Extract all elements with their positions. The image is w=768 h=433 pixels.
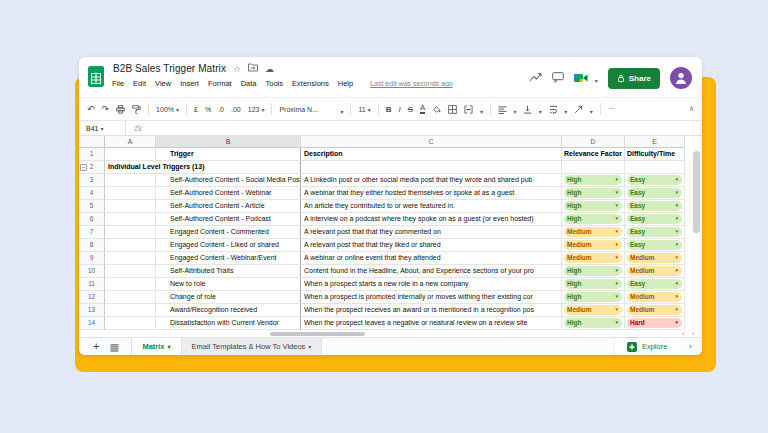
document-title[interactable]: B2B Sales Trigger Matrix [113,63,226,74]
cell-a[interactable] [105,252,156,265]
difficulty-cell[interactable]: Hard▼ [625,317,685,330]
relevance-cell[interactable]: High▼ [562,291,625,304]
relevance-dropdown[interactable]: Medium▼ [564,240,622,250]
row-number[interactable]: 1 [79,148,105,161]
horizontal-scroll-thumb[interactable] [270,332,365,337]
row-number[interactable]: 11 [79,278,105,291]
menu-edit[interactable]: Edit [133,79,146,88]
menu-format[interactable]: Format [208,79,232,88]
relevance-cell[interactable]: Medium▼ [562,239,625,252]
font-size-select[interactable]: 11 [358,106,370,113]
dropdown-arrow-icon[interactable]: ▼ [615,292,619,302]
relevance-dropdown[interactable]: High▼ [564,188,622,198]
trigger-cell[interactable]: New to role [156,278,301,291]
last-edit-status[interactable]: Last edit was seconds ago [370,80,453,87]
tab-matrix[interactable]: Matrix [131,338,181,355]
trigger-cell[interactable]: Dissatisfaction with Current Vendor [156,317,301,330]
add-sheet-icon[interactable]: + [93,341,99,352]
dropdown-arrow-icon[interactable]: ▼ [675,305,679,315]
dropdown-arrow-icon[interactable]: ▼ [615,279,619,289]
cell-a[interactable] [105,187,156,200]
explore-button[interactable]: Explore [614,338,679,355]
dropdown-arrow-icon[interactable]: ▼ [675,253,679,263]
cell-a[interactable] [105,291,156,304]
row-number[interactable]: 9 [79,252,105,265]
column-header-d[interactable]: D [562,136,625,148]
relevance-cell[interactable]: High▼ [562,213,625,226]
print-icon[interactable] [116,100,125,118]
relevance-dropdown[interactable]: High▼ [564,214,622,224]
relevance-dropdown[interactable]: High▼ [564,175,622,185]
cell-a[interactable] [105,148,156,161]
cell-a[interactable] [105,226,156,239]
column-header-c[interactable]: C [301,136,562,148]
menu-tools[interactable]: Tools [266,79,284,88]
comment-icon[interactable] [552,69,564,87]
cell-a[interactable] [105,278,156,291]
description-cell[interactable]: A LinkedIn post or other social media po… [301,174,562,187]
currency-format-button[interactable]: £ [194,106,198,113]
scroll-right-icon[interactable]: › [692,330,694,337]
dropdown-arrow-icon[interactable]: ▼ [615,240,619,250]
fill-color-icon[interactable] [432,100,441,118]
dropdown-arrow-icon[interactable]: ▼ [615,214,619,224]
move-folder-icon[interactable] [248,63,258,74]
cell-a[interactable] [105,200,156,213]
description-cell[interactable]: A webinar or online event that they atte… [301,252,562,265]
difficulty-dropdown[interactable]: Medium▼ [627,292,682,302]
dropdown-arrow-icon[interactable]: ▼ [615,175,619,185]
relevance-dropdown[interactable]: High▼ [564,318,622,328]
difficulty-cell[interactable]: Medium▼ [625,252,685,265]
relevance-cell[interactable]: High▼ [562,200,625,213]
sheets-logo-icon[interactable] [88,66,104,87]
italic-button[interactable]: I [399,105,401,114]
cloud-status-icon[interactable]: ☁ [265,64,274,74]
horizontal-align-icon[interactable] [498,100,516,118]
column-header-e[interactable]: E [625,136,685,148]
relevance-dropdown[interactable]: Medium▼ [564,305,622,315]
trigger-cell[interactable]: Self-Authored Content - Social Media Pos… [156,174,301,187]
dropdown-arrow-icon[interactable]: ▼ [675,279,679,289]
dropdown-arrow-icon[interactable]: ▼ [675,318,679,328]
trigger-cell[interactable]: Engaged Content - Commented [156,226,301,239]
paint-format-icon[interactable] [132,100,141,118]
description-cell[interactable]: Content found in the Headline, About, an… [301,265,562,278]
trigger-cell[interactable]: Self-Authored Content - Article [156,200,301,213]
font-select[interactable]: Proxima N... [279,106,331,113]
text-color-button[interactable]: A [420,104,425,114]
horizontal-scrollbar[interactable]: ‹ › [79,330,702,337]
row-number[interactable]: 6 [79,213,105,226]
increase-decimal-button[interactable]: .00 [231,106,241,113]
decrease-decimal-button[interactable]: .0 [218,106,224,113]
name-box[interactable]: B41 [79,125,125,132]
difficulty-cell[interactable]: Medium▼ [625,291,685,304]
vertical-scroll-thumb[interactable] [693,151,700,233]
row-number[interactable]: 13 [79,304,105,317]
merge-cells-icon[interactable] [464,100,482,118]
trigger-header-cell[interactable]: Trigger [156,148,301,161]
tab-menu-icon[interactable] [168,342,171,351]
menu-insert[interactable]: Insert [180,79,199,88]
row-number[interactable]: 5 [79,200,105,213]
description-cell[interactable]: When a prospect starts a new role in a n… [301,278,562,291]
trigger-cell[interactable]: Self-Authored Content - Podcast [156,213,301,226]
select-all-corner[interactable] [79,136,105,148]
difficulty-dropdown[interactable]: Easy▼ [627,175,682,185]
difficulty-cell[interactable]: Medium▼ [625,304,685,317]
row-number[interactable]: 4 [79,187,105,200]
trigger-cell[interactable]: Self-Authored Content - Webinar [156,187,301,200]
row-number[interactable]: 14 [79,317,105,330]
dropdown-arrow-icon[interactable]: ▼ [675,240,679,250]
row-number[interactable]: 12 [79,291,105,304]
difficulty-dropdown[interactable]: Medium▼ [627,266,682,276]
difficulty-cell[interactable]: Easy▼ [625,213,685,226]
cell-a[interactable] [105,317,156,330]
dropdown-arrow-icon[interactable]: ▼ [615,318,619,328]
cell-d[interactable] [562,161,625,174]
percent-format-button[interactable]: % [205,106,211,113]
menu-help[interactable]: Help [338,79,353,88]
description-cell[interactable]: When the prospect leaves a negative or n… [301,317,562,330]
difficulty-cell[interactable]: Easy▼ [625,239,685,252]
row-number[interactable]: 2 [79,161,105,174]
account-avatar[interactable] [670,67,692,89]
